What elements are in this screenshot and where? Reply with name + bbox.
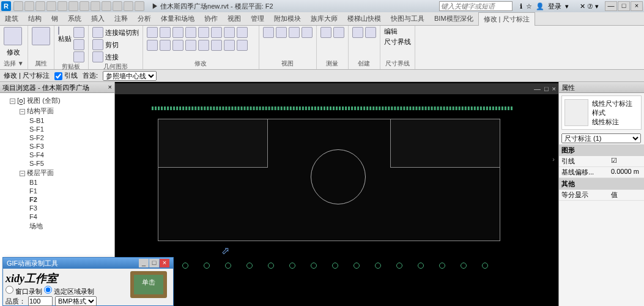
tab-modify-ctx[interactable]: 修改 | 尺寸标注 xyxy=(478,12,535,26)
tab-famlib[interactable]: 族库大师 xyxy=(306,12,342,25)
tree-f4[interactable]: F4 xyxy=(2,212,112,221)
tree-struct[interactable]: −结构平面 xyxy=(2,106,112,116)
pref-select[interactable]: 参照墙中心线 xyxy=(103,71,157,81)
prop-eq[interactable]: 等分显示值 xyxy=(559,190,644,201)
tree-f2[interactable]: F2 xyxy=(2,195,112,204)
qat-section-icon[interactable] xyxy=(113,1,122,11)
unpin-icon[interactable] xyxy=(185,40,196,51)
align-icon[interactable] xyxy=(147,27,158,38)
modify-icon[interactable] xyxy=(4,27,22,45)
info-icon[interactable]: ℹ xyxy=(520,2,522,10)
del-icon[interactable] xyxy=(198,40,209,51)
vw3-icon[interactable] xyxy=(289,27,300,38)
cope-icon[interactable] xyxy=(92,27,103,38)
scale-icon[interactable] xyxy=(160,40,171,51)
close-button[interactable]: × xyxy=(631,1,643,11)
tab-stair[interactable]: 楼梯山快模 xyxy=(342,12,386,25)
user-icon[interactable]: 👤 xyxy=(536,2,544,10)
split-icon[interactable] xyxy=(237,27,248,38)
tree-sf1[interactable]: S-F1 xyxy=(2,125,112,133)
qat-redo-icon[interactable] xyxy=(46,1,56,11)
prop-baseline[interactable]: 基线偏移...0.0000 m xyxy=(559,167,644,178)
tree-root[interactable]: −[o̲] 视图 (全部) xyxy=(2,95,112,106)
tree-site[interactable]: 场地 xyxy=(2,221,112,231)
gif-opt-window[interactable]: 窗口录制 xyxy=(6,288,42,295)
cut-icon[interactable] xyxy=(73,27,84,38)
tree-sf3[interactable]: S-F3 xyxy=(2,142,112,151)
match-icon[interactable] xyxy=(73,51,84,62)
type-selector[interactable]: 线性尺寸标注样式 线性标注 xyxy=(561,95,642,130)
qat-3d-icon[interactable] xyxy=(102,1,111,11)
meas2-icon[interactable] xyxy=(333,27,344,38)
instance-select[interactable]: 尺寸标注 (1) xyxy=(561,133,641,143)
qat-open-icon[interactable] xyxy=(13,1,23,11)
gif-max-icon[interactable]: □ xyxy=(149,259,159,267)
array-icon[interactable] xyxy=(147,40,158,51)
qat-view-icon[interactable] xyxy=(135,1,144,11)
tab-mass[interactable]: 体量和场地 xyxy=(156,12,199,25)
tab-struct[interactable]: 结构 xyxy=(23,12,46,25)
maximize-button[interactable]: □ xyxy=(618,1,630,11)
copy2-icon[interactable] xyxy=(198,27,209,38)
tab-collab[interactable]: 协作 xyxy=(199,12,223,25)
join-icon[interactable] xyxy=(92,51,103,62)
gif-titlebar[interactable]: GIF动画录制工具 _□× xyxy=(3,258,173,269)
gap-icon[interactable] xyxy=(237,40,248,51)
cloud-icon[interactable]: ▾ xyxy=(565,2,569,10)
tree-b1[interactable]: B1 xyxy=(2,178,112,187)
gif-q-input[interactable] xyxy=(28,296,53,306)
login-link[interactable]: 登录 xyxy=(548,2,561,11)
vw4-icon[interactable] xyxy=(302,27,313,38)
qat-print-icon[interactable] xyxy=(57,1,67,11)
create2-icon[interactable] xyxy=(365,27,376,38)
vw2-icon[interactable] xyxy=(276,27,287,38)
tree-f1[interactable]: F1 xyxy=(2,187,112,195)
tab-steel[interactable]: 钢 xyxy=(46,12,63,25)
view-close-icon[interactable]: × xyxy=(552,85,556,92)
move-icon[interactable] xyxy=(185,27,196,38)
mirror-icon[interactable] xyxy=(172,27,183,38)
leader-check[interactable]: 引线 xyxy=(54,71,78,80)
browser-close-icon[interactable]: × xyxy=(108,83,112,91)
nav-right-icon[interactable]: › xyxy=(552,155,555,163)
view-max-icon[interactable]: □ xyxy=(544,85,549,92)
tab-tools[interactable]: 快图与工具 xyxy=(386,12,429,25)
cutg-icon[interactable] xyxy=(92,39,103,50)
tree-f3[interactable]: F3 xyxy=(2,204,112,212)
qat-measure-icon[interactable] xyxy=(68,1,78,11)
drawing-canvas[interactable]: — □ × › ‹ xyxy=(115,82,558,306)
gif-min-icon[interactable]: _ xyxy=(139,259,149,267)
tab-sys[interactable]: 系统 xyxy=(63,12,86,25)
prop-leader[interactable]: 引线☑ xyxy=(559,156,644,167)
tab-arch[interactable]: 建筑 xyxy=(0,12,23,25)
tab-insert[interactable]: 插入 xyxy=(86,12,109,25)
minimize-button[interactable]: — xyxy=(605,1,617,11)
extend-icon[interactable] xyxy=(211,40,222,51)
tree-sb1[interactable]: S-B1 xyxy=(2,116,112,125)
qat-save-icon[interactable] xyxy=(24,1,34,11)
tab-bim[interactable]: BIM模型深化 xyxy=(429,12,478,25)
help-icon[interactable]: ✕ ⑦ ▾ xyxy=(580,2,599,10)
copy-icon[interactable] xyxy=(73,39,84,50)
offset-icon[interactable] xyxy=(160,27,171,38)
tab-analyze[interactable]: 分析 xyxy=(133,12,156,25)
tree-floor[interactable]: −楼层平面 xyxy=(2,168,112,178)
tab-view[interactable]: 视图 xyxy=(223,12,246,25)
tree-sf4[interactable]: S-F4 xyxy=(2,151,112,159)
corner-icon[interactable] xyxy=(224,40,235,51)
paste-icon[interactable] xyxy=(58,26,59,35)
tab-addin[interactable]: 附加模块 xyxy=(269,12,306,25)
pin-icon[interactable] xyxy=(172,40,183,51)
trim-icon[interactable] xyxy=(224,27,235,38)
view-min-icon[interactable]: — xyxy=(534,85,541,92)
create-icon[interactable] xyxy=(352,27,363,38)
tree-sf2[interactable]: S-F2 xyxy=(2,133,112,142)
star-icon[interactable]: ☆ xyxy=(526,2,532,10)
meas-icon[interactable] xyxy=(320,27,331,38)
tab-annot[interactable]: 注释 xyxy=(109,12,133,25)
qat-undo-icon[interactable] xyxy=(35,1,45,11)
qat-dim-icon[interactable] xyxy=(80,1,89,11)
gif-close-icon[interactable]: × xyxy=(160,259,169,267)
qat-text-icon[interactable] xyxy=(91,1,100,11)
props-icon[interactable] xyxy=(32,27,50,45)
